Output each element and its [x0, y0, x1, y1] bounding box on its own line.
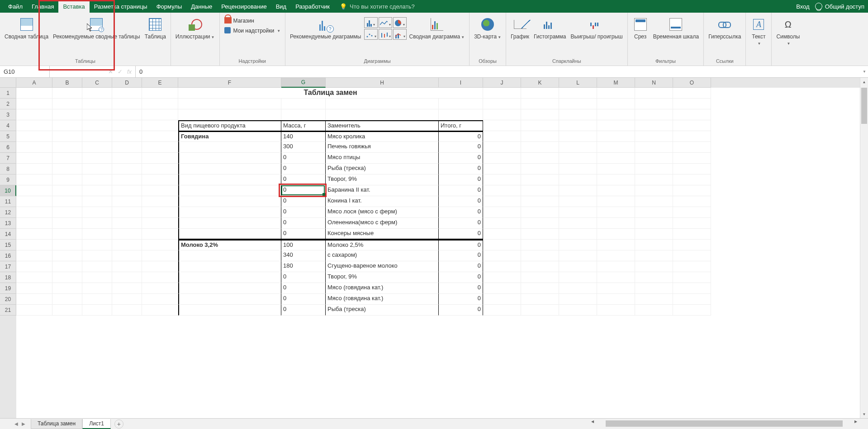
cell[interactable] [142, 88, 178, 99]
cell[interactable] [52, 142, 82, 153]
cell[interactable] [597, 229, 635, 240]
cell[interactable]: 0 [281, 305, 326, 316]
chart-scatter-button[interactable]: ▾ [364, 29, 378, 40]
cell[interactable] [559, 164, 597, 174]
chevron-down-icon[interactable]: ▼ [863, 70, 866, 74]
sparkline-line-button[interactable]: График [509, 14, 531, 41]
table-button[interactable]: Таблица [143, 14, 168, 41]
cell[interactable] [82, 272, 112, 283]
cell[interactable] [635, 218, 673, 229]
cell[interactable] [483, 153, 521, 164]
row-header[interactable]: 14 [0, 229, 16, 240]
cell[interactable]: 0 [439, 305, 483, 316]
cell[interactable] [112, 240, 142, 250]
tell-me-search[interactable]: 💡 Что вы хотите сделать? [340, 3, 415, 10]
row-header[interactable]: 21 [0, 305, 16, 316]
cell[interactable] [112, 99, 142, 109]
cell[interactable]: Рыба (треска) [326, 305, 439, 316]
row-header[interactable]: 2 [0, 99, 16, 109]
cell[interactable] [112, 207, 142, 218]
cell[interactable] [178, 142, 281, 153]
cell[interactable] [178, 153, 281, 164]
menu-tab[interactable]: Вставка [58, 0, 89, 13]
cell[interactable] [16, 207, 52, 218]
cell[interactable] [112, 153, 142, 164]
cell[interactable] [597, 218, 635, 229]
cell[interactable] [112, 294, 142, 305]
cell[interactable] [483, 283, 521, 294]
cell[interactable]: 0 [281, 229, 326, 240]
column-header[interactable]: F [178, 78, 281, 88]
recommended-charts-button[interactable]: Рекомендуемые диаграммы [288, 14, 363, 41]
cell[interactable] [16, 250, 52, 261]
cell[interactable] [483, 142, 521, 153]
cell[interactable] [521, 196, 559, 207]
share-button[interactable]: Общий доступ [815, 3, 864, 10]
cell[interactable] [597, 88, 635, 99]
cell[interactable] [52, 185, 82, 196]
menu-tab[interactable]: Разметка страницы [90, 0, 152, 13]
cell[interactable]: Рыба (треска) [326, 164, 439, 174]
cell[interactable] [483, 229, 521, 240]
cell[interactable] [559, 120, 597, 131]
cell[interactable] [635, 185, 673, 196]
chart-bar-button[interactable]: ▾ [364, 17, 378, 28]
cell[interactable] [82, 185, 112, 196]
cell[interactable] [112, 88, 142, 99]
cell[interactable] [112, 131, 142, 142]
cell[interactable]: Итого, г [439, 120, 483, 131]
cell[interactable]: 100 [281, 240, 326, 250]
cell[interactable] [635, 283, 673, 294]
row-header[interactable]: 9 [0, 174, 16, 185]
cell[interactable] [142, 131, 178, 142]
cell[interactable] [597, 283, 635, 294]
column-header[interactable]: E [142, 78, 178, 88]
cell[interactable] [635, 99, 673, 109]
cell[interactable] [142, 153, 178, 164]
login-link[interactable]: Вход [796, 3, 809, 10]
cell[interactable] [16, 218, 52, 229]
cell[interactable]: с сахаром) [326, 250, 439, 261]
cell[interactable] [635, 294, 673, 305]
my-addins-button[interactable]: Мои надстройки▼ [223, 26, 283, 35]
cell[interactable] [16, 305, 52, 316]
cell[interactable] [142, 109, 178, 120]
cell[interactable]: 140 [281, 131, 326, 142]
cell[interactable] [635, 131, 673, 142]
vertical-scrollbar[interactable]: ▲ ▼ [860, 78, 868, 418]
cell[interactable] [559, 174, 597, 185]
cell[interactable] [597, 142, 635, 153]
cell[interactable] [635, 229, 673, 240]
cell[interactable] [82, 261, 112, 272]
cell[interactable] [16, 196, 52, 207]
cell[interactable] [521, 153, 559, 164]
column-header[interactable]: L [559, 78, 597, 88]
cell[interactable]: Сгущено-вареное молоко [326, 261, 439, 272]
cell[interactable] [521, 120, 559, 131]
row-header[interactable]: 5 [0, 131, 16, 142]
cell[interactable] [673, 142, 711, 153]
cell[interactable] [673, 153, 711, 164]
cell[interactable] [483, 240, 521, 250]
store-button[interactable]: Магазин [223, 16, 283, 25]
cell[interactable]: 0 [281, 196, 326, 207]
cell[interactable] [673, 88, 711, 99]
cell[interactable] [673, 131, 711, 142]
cell[interactable] [16, 174, 52, 185]
chart-stock-button[interactable]: ▾ [379, 29, 392, 40]
cell[interactable] [483, 174, 521, 185]
cell[interactable] [142, 305, 178, 316]
cell[interactable] [142, 196, 178, 207]
cell[interactable] [112, 185, 142, 196]
cell[interactable] [112, 283, 142, 294]
add-sheet-button[interactable]: + [114, 420, 123, 429]
column-header[interactable]: H [326, 78, 439, 88]
column-header[interactable]: M [597, 78, 635, 88]
cell[interactable] [559, 131, 597, 142]
cell[interactable]: 0 [281, 207, 326, 218]
cell[interactable] [673, 164, 711, 174]
cell[interactable] [635, 272, 673, 283]
cell[interactable] [178, 272, 281, 283]
cell[interactable] [521, 283, 559, 294]
menu-tab[interactable]: Рецензирование [217, 0, 271, 13]
